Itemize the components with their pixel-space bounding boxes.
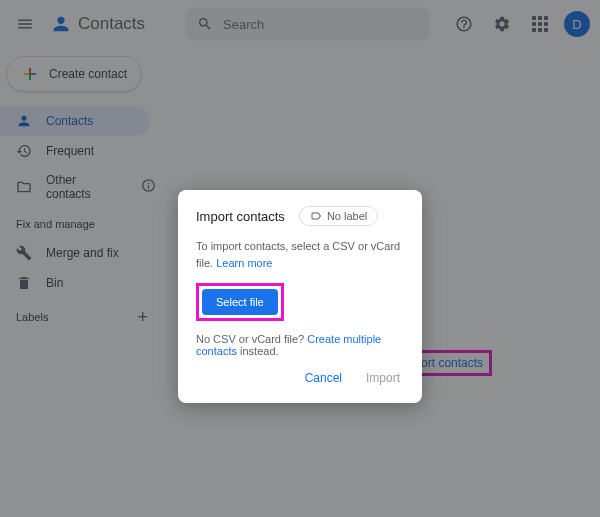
select-file-highlight: Select file — [196, 283, 284, 321]
chip-label: No label — [327, 210, 367, 222]
dialog-title: Import contacts — [196, 209, 285, 224]
dialog-alt-text: No CSV or vCard file? Create multiple co… — [196, 333, 404, 357]
label-icon — [310, 210, 322, 222]
dialog-header: Import contacts No label — [196, 206, 404, 226]
select-file-button[interactable]: Select file — [202, 289, 278, 315]
import-button: Import — [362, 367, 404, 389]
cancel-button[interactable]: Cancel — [301, 367, 346, 389]
modal-overlay[interactable]: Import contacts No label To import conta… — [0, 0, 600, 517]
learn-more-link[interactable]: Learn more — [216, 257, 272, 269]
label-chip[interactable]: No label — [299, 206, 378, 226]
dialog-instruction: To import contacts, select a CSV or vCar… — [196, 238, 404, 271]
dialog-actions: Cancel Import — [196, 367, 404, 389]
import-contacts-dialog: Import contacts No label To import conta… — [178, 190, 422, 403]
